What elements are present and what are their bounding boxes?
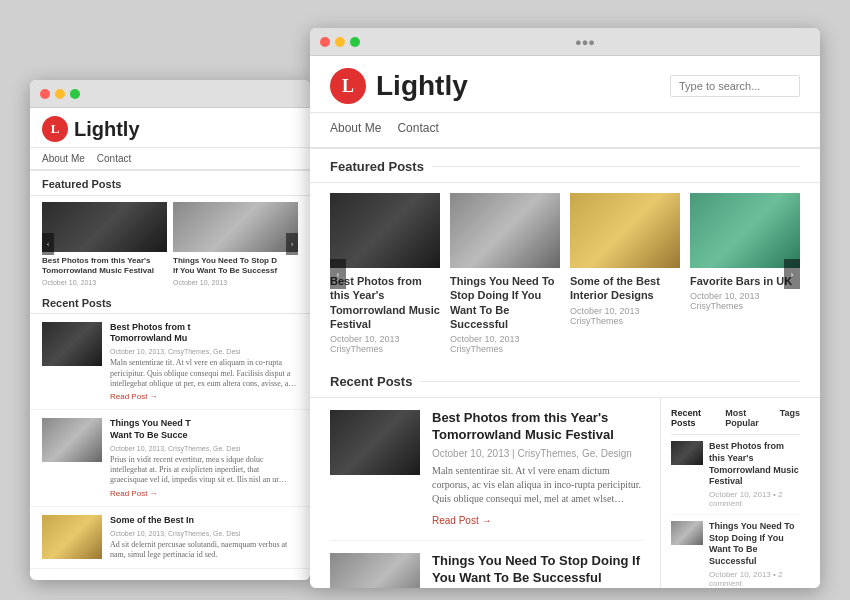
small-featured-post-1: Best Photos from this Year's Tomorrowlan…	[42, 202, 167, 286]
rtitle-1: Best Photos from this Year's Tomorrowlan…	[432, 410, 644, 444]
small-fp-title-2: Things You Need To Stop DIf You Want To …	[173, 256, 298, 277]
main-nav: About Me Contact	[310, 113, 820, 149]
sidebar-post-meta-2: October 10, 2013 • 2 comment	[709, 570, 800, 588]
close-button-main[interactable]	[320, 37, 330, 47]
small-rtitle-1: Best Photos from tTomorrowland Mu	[110, 322, 298, 345]
small-rexcerpt-3: Ad sit delernit percusae solutandi, naem…	[110, 540, 298, 561]
rmeta-1: October 10, 2013 | CrisyThemes, Ge. Desi…	[432, 448, 644, 459]
featured-post-1: Best Photos from this Year's Tomorrowlan…	[330, 193, 440, 354]
small-recent-post-2: Things You Need TWant To Be Succe Octobe…	[30, 410, 310, 507]
sidebar-post-title-2: Things You Need To Stop Doing If You Wan…	[709, 521, 800, 568]
small-rmeta-1: October 10, 2013, CrisyThemes, Ge. Desi	[110, 348, 298, 355]
featured-post-meta-4: October 10, 2013 CrisyThemes	[690, 291, 800, 311]
minimize-button[interactable]	[55, 89, 65, 99]
main-header: L Lightly	[310, 56, 820, 113]
small-featured-title: Featured Posts	[30, 171, 310, 196]
small-read-more-1[interactable]: Read Post →	[110, 392, 298, 401]
logo-circle: L	[330, 68, 366, 104]
browser-window-main: ●●● L Lightly About Me Contact Featured …	[310, 28, 820, 588]
sidebar-tabs: Recent Posts Most Popular Tags	[671, 398, 800, 435]
sidebar-post-2: Things You Need To Stop Doing If You Wan…	[671, 515, 800, 588]
small-site-title: Lightly	[74, 118, 140, 141]
small-fp-meta-2: October 10, 2013	[173, 279, 298, 286]
small-carousel-prev[interactable]: ‹	[42, 233, 54, 255]
featured-post-meta-1: October 10, 2013 CrisyThemes	[330, 334, 440, 354]
sidebar-post-info-1: Best Photos from this Year's Tomorrowlan…	[709, 441, 800, 508]
featured-post-meta-2: October 10, 2013 CrisyThemes	[450, 334, 560, 354]
featured-section-title: Featured Posts	[310, 149, 820, 183]
small-recent-content-3: Some of the Best In October 10, 2013, Cr…	[110, 515, 298, 560]
small-recent-post-1: Best Photos from tTomorrowland Mu Octobe…	[30, 314, 310, 411]
maximize-button[interactable]	[70, 89, 80, 99]
close-button[interactable]	[40, 89, 50, 99]
recent-post-2: Things You Need To Stop Doing If You Wan…	[330, 541, 644, 588]
small-recent-title: Recent Posts	[30, 292, 310, 314]
small-recent-content-1: Best Photos from tTomorrowland Mu Octobe…	[110, 322, 298, 402]
small-thumb-1	[42, 202, 167, 252]
featured-thumb-4	[690, 193, 800, 268]
nav-contact[interactable]: Contact	[397, 121, 438, 139]
carousel-prev[interactable]: ‹	[330, 259, 346, 289]
featured-thumb-1	[330, 193, 440, 268]
nav-about[interactable]: About Me	[330, 121, 381, 139]
small-site-content: L Lightly About Me Contact Featured Post…	[30, 108, 310, 580]
featured-post-3: Some of the Best Interior Designs Octobe…	[570, 193, 680, 354]
rtitle-2: Things You Need To Stop Doing If You Wan…	[432, 553, 644, 587]
small-fp-meta-1: October 10, 2013	[42, 279, 167, 286]
sidebar-tab-popular[interactable]: Most Popular	[725, 408, 773, 428]
featured-carousel: ‹ Best Photos from this Year's Tomorrowl…	[310, 183, 820, 364]
small-read-more-2[interactable]: Read Post →	[110, 489, 298, 498]
small-nav-contact[interactable]: Contact	[97, 153, 131, 164]
site-logo: L Lightly	[330, 68, 468, 104]
featured-post-title-2: Things You Need To Stop Doing If You Wan…	[450, 274, 560, 331]
main-layout: Best Photos from this Year's Tomorrowlan…	[310, 398, 820, 588]
maximize-button-main[interactable]	[350, 37, 360, 47]
small-rthumb-3	[42, 515, 102, 559]
titlebar-small	[30, 80, 310, 108]
small-rmeta-3: October 10, 2013, CrisyThemes, Ge. Desi	[110, 530, 298, 537]
featured-posts-row: Best Photos from this Year's Tomorrowlan…	[330, 193, 800, 354]
small-nav-about[interactable]: About Me	[42, 153, 85, 164]
sidebar-tab-recent[interactable]: Recent Posts	[671, 408, 719, 428]
browser-window-small: L Lightly About Me Contact Featured Post…	[30, 80, 310, 580]
window-controls-small	[40, 89, 80, 99]
featured-post-title-3: Some of the Best Interior Designs	[570, 274, 680, 303]
featured-thumb-3	[570, 193, 680, 268]
read-more-1[interactable]: Read Post →	[432, 515, 491, 526]
small-featured-post-2: Things You Need To Stop DIf You Want To …	[173, 202, 298, 286]
recent-post-1: Best Photos from this Year's Tomorrowlan…	[330, 398, 644, 541]
rexcerpt-1: Maln sententirae sit. At vl vere enam di…	[432, 464, 644, 506]
small-nav: About Me Contact	[30, 148, 310, 171]
small-rmeta-2: October 10, 2013, CrisyThemes, Ge. Desi	[110, 445, 298, 452]
main-site-content: L Lightly About Me Contact Featured Post…	[310, 56, 820, 588]
small-carousel-next[interactable]: ›	[286, 233, 298, 255]
sidebar-tab-tags[interactable]: Tags	[780, 408, 800, 428]
minimize-button-main[interactable]	[335, 37, 345, 47]
url-bar[interactable]: ●●●	[360, 36, 810, 48]
rthumb-2	[330, 553, 420, 588]
sidebar-post-info-2: Things You Need To Stop Doing If You Wan…	[709, 521, 800, 588]
small-recent-content-2: Things You Need TWant To Be Succe Octobe…	[110, 418, 298, 498]
search-input[interactable]	[670, 75, 800, 97]
small-rtitle-2: Things You Need TWant To Be Succe	[110, 418, 298, 441]
logo-letter: L	[342, 76, 354, 97]
small-fp-title-1: Best Photos from this Year's Tomorrowlan…	[42, 256, 167, 277]
sidebar-thumb-2	[671, 521, 703, 545]
small-rexcerpt-1: Maln sententirae tit. At vl vere en aliq…	[110, 358, 298, 389]
small-logo-circle: L	[42, 116, 68, 142]
small-rtitle-3: Some of the Best In	[110, 515, 298, 527]
small-rexcerpt-2: Prius in vidit recent evertitur, mea s i…	[110, 455, 298, 486]
carousel-next[interactable]: ›	[784, 259, 800, 289]
featured-post-title-1: Best Photos from this Year's Tomorrowlan…	[330, 274, 440, 331]
recent-section-title: Recent Posts	[310, 364, 820, 398]
titlebar-main: ●●●	[310, 28, 820, 56]
featured-post-2: Things You Need To Stop Doing If You Wan…	[450, 193, 560, 354]
window-controls-main	[320, 37, 360, 47]
rcontent-1: Best Photos from this Year's Tomorrowlan…	[432, 410, 644, 528]
small-rthumb-2	[42, 418, 102, 462]
small-featured-row: ‹ Best Photos from this Year's Tomorrowl…	[30, 196, 310, 292]
rthumb-1	[330, 410, 420, 475]
sidebar-thumb-1	[671, 441, 703, 465]
featured-thumb-2	[450, 193, 560, 268]
posts-column: Best Photos from this Year's Tomorrowlan…	[330, 398, 660, 588]
